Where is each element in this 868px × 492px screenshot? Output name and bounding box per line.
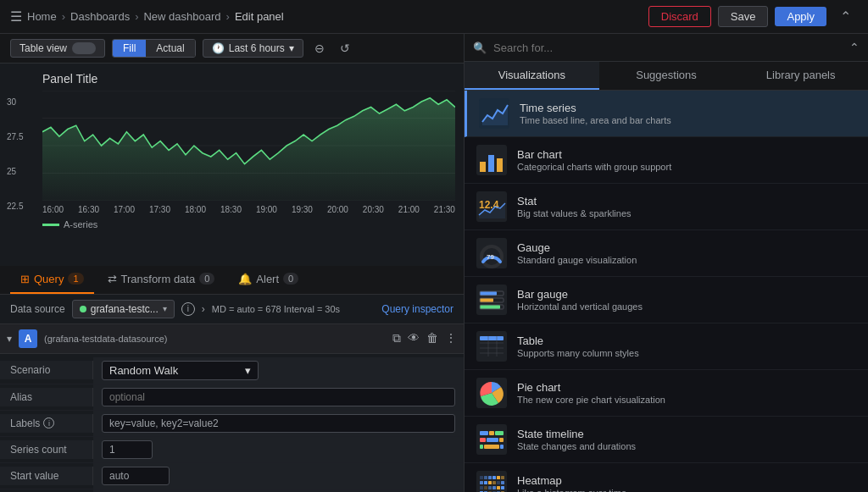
tab-alert[interactable]: 🔔 Alert 0 [228,266,309,294]
svg-rect-34 [495,431,504,435]
viz-item-barchart[interactable]: Bar chart Categorical charts with group … [465,137,868,184]
zoom-out-button[interactable]: ⊖ [310,40,329,57]
viz-desc-statetimeline: State changes and durations [517,441,856,451]
svg-rect-9 [497,158,503,172]
query-letter: A [19,329,37,348]
viz-name-gauge: Gauge [517,241,856,254]
alias-field-row: Alias [0,384,464,411]
legend-color [42,224,59,226]
svg-rect-56 [488,486,492,489]
copy-query-button[interactable]: ⧉ [392,331,401,346]
scenario-select[interactable]: Random Walk ▾ [102,361,259,380]
viz-desc-stat: Big stat values & sparklines [517,208,856,218]
chart-svg [42,91,455,201]
datasource-name: grafana-testc... [91,303,159,315]
viz-name-statetimeline: State timeline [517,428,856,440]
viz-item-timeseries[interactable]: Time series Time based line, area and ba… [465,91,868,137]
datasource-status-dot [80,306,86,312]
delete-query-button[interactable]: 🗑 [426,331,438,346]
query-icon: ⊞ [20,273,30,285]
svg-rect-8 [488,155,494,172]
datasource-row: Data source grafana-testc... ▾ i › MD = … [0,295,464,324]
svg-rect-42 [480,476,483,479]
viz-name-bargauge: Bar gauge [517,288,856,301]
discard-button[interactable]: Discard [648,6,711,27]
refresh-button[interactable]: ↺ [336,40,354,57]
viz-tabs: Visualizations Suggestions Library panel… [465,62,868,91]
more-options-button[interactable]: ⋮ [445,331,457,346]
search-icon: 🔍 [473,41,487,54]
viz-desc-barchart: Categorical charts with group support [517,162,856,172]
tab-query[interactable]: ⊞ Query 1 [10,266,94,294]
chart-legend: A-series [42,219,455,229]
svg-rect-45 [492,476,496,479]
query-inspector-button[interactable]: Query inspector [381,303,453,315]
breadcrumb-dashboards[interactable]: Dashboards [70,10,130,23]
query-tabs: ⊞ Query 1 ⇄ Transform data 0 🔔 Alert 0 [0,266,464,295]
min-value [93,489,464,493]
clock-icon: 🕐 [212,42,225,54]
viz-item-piechart[interactable]: Pie chart The new core pie chart visuali… [465,370,868,417]
viz-item-stat[interactable]: 12.4 Stat Big stat values & sparklines [465,184,868,230]
start-value-label: Start value [0,467,93,485]
viz-desc-timeseries: Time based line, area and bar charts [520,115,856,125]
table-view-toggle[interactable]: Table view [10,39,105,58]
viz-info-statetimeline: State timeline State changes and duratio… [517,428,856,451]
chart-area: Panel Title 30 27.5 25 22.5 [0,64,464,266]
tab-visualizations[interactable]: Visualizations [465,62,599,90]
alias-input[interactable] [102,388,455,406]
query-fields: Scenario Random Walk ▾ Alias [0,354,464,493]
actual-button[interactable]: Actual [146,40,194,57]
hamburger-icon[interactable]: ☰ [10,8,22,25]
collapse-button[interactable]: ⌃ [833,5,858,28]
viz-item-statetimeline[interactable]: State timeline State changes and duratio… [465,417,868,463]
apply-button[interactable]: Apply [775,7,826,26]
chevron-down-icon: ▾ [289,42,294,54]
svg-rect-55 [484,486,487,489]
series-count-input[interactable] [102,440,153,459]
svg-rect-57 [492,486,496,489]
breadcrumb-new-dashboard[interactable]: New dashboard [143,10,220,23]
query-collapse-arrow[interactable]: ▾ [7,333,12,345]
save-button[interactable]: Save [718,6,769,27]
datasource-meta: MD = auto = 678 Interval = 30s [212,304,340,314]
scenario-field-row: Scenario Random Walk ▾ [0,357,464,384]
viz-item-bargauge[interactable]: Bar gauge Horizontal and vertical gauges [465,277,868,323]
svg-rect-20 [480,305,500,309]
datasource-select[interactable]: grafana-testc... ▾ [72,300,175,318]
info-icon[interactable]: i [181,302,195,316]
viz-item-table[interactable]: Table Supports many column styles [465,323,868,370]
search-bar: 🔍 ⌃ [465,34,868,62]
query-row-header: ▾ A (grafana-testdata-datasource) ⧉ 👁 🗑 … [0,324,464,354]
tab-suggestions[interactable]: Suggestions [599,62,734,90]
scenario-value: Random Walk ▾ [93,357,464,384]
time-range-picker[interactable]: 🕐 Last 6 hours ▾ [203,39,303,58]
search-input[interactable] [493,41,843,54]
viz-item-heatmap[interactable]: Heatmap Like a histogram over time [465,463,868,492]
datasource-label: Data source [10,303,65,315]
svg-rect-50 [488,481,492,484]
table-view-switch[interactable] [72,42,96,54]
breadcrumb-home[interactable]: Home [27,10,57,23]
svg-rect-37 [499,438,504,442]
viz-info-barchart: Bar chart Categorical charts with group … [517,148,856,172]
viz-desc-table: Supports many column styles [517,348,856,358]
viz-info-bargauge: Bar gauge Horizontal and vertical gauges [517,288,856,312]
viz-item-gauge[interactable]: 79 Gauge Standard gauge visualization [465,230,868,277]
labels-input[interactable] [102,414,455,433]
datasource-expand-button[interactable]: › [202,303,205,315]
fill-button[interactable]: Fill [113,40,146,57]
tab-library-panels[interactable]: Library panels [733,62,868,90]
start-value-input[interactable] [102,467,170,485]
viz-icon-timeseries [479,98,509,129]
svg-rect-43 [484,476,487,479]
series-count-field-row: Series count [0,437,464,463]
svg-rect-58 [497,486,500,489]
hide-query-button[interactable]: 👁 [408,331,420,346]
svg-rect-49 [484,481,487,484]
tab-transform[interactable]: ⇄ Transform data 0 [97,266,225,294]
min-field-row: Min [0,489,464,493]
y-axis-labels: 30 27.5 25 22.5 [7,97,23,211]
labels-info-icon[interactable]: i [43,417,54,428]
search-collapse-button[interactable]: ⌃ [849,41,860,54]
